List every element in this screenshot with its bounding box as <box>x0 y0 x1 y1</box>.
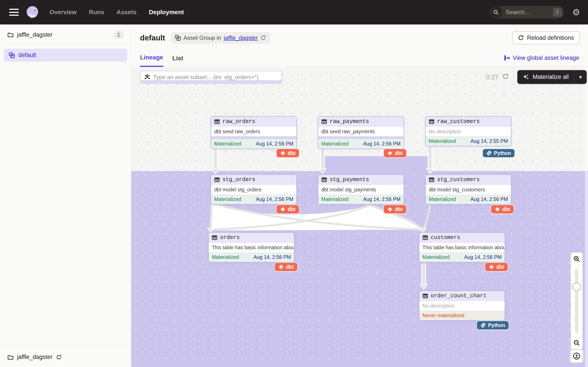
asset-name: stg_customers <box>437 176 480 183</box>
status-time[interactable]: Aug 14, 2:56 PM <box>363 141 400 147</box>
search-placeholder: Search... <box>506 9 553 16</box>
table-icon <box>321 177 327 183</box>
refresh-icon[interactable] <box>260 35 266 41</box>
dbt-icon <box>495 206 500 212</box>
zoom-slider[interactable] <box>571 265 582 336</box>
zoom-out-button[interactable] <box>571 336 582 349</box>
asset-node-raw-customers[interactable]: raw_customers No description Materialize… <box>425 116 511 146</box>
materialize-options-caret[interactable]: ▾ <box>574 70 587 84</box>
table-icon <box>214 119 220 125</box>
zoom-controls <box>571 252 583 349</box>
table-icon <box>429 119 434 125</box>
asset-name: stg_payments <box>330 176 369 183</box>
refresh-icon[interactable] <box>502 73 509 80</box>
asset-node-order-count-chart[interactable]: order_count_chart No description Never m… <box>419 291 505 321</box>
zoom-slider-track[interactable] <box>575 268 578 333</box>
python-badge[interactable]: Python <box>477 321 509 329</box>
lineage-graph[interactable]: 0:27 Materialize all ▾ raw_orders dbt se… <box>131 67 588 367</box>
asset-node-customers[interactable]: customers This table has basic informati… <box>419 232 505 262</box>
status-time[interactable]: Aug 14, 2:56 PM <box>363 196 400 202</box>
table-icon <box>422 235 428 241</box>
dbt-badge[interactable]: dbt <box>277 205 299 213</box>
status-time[interactable]: Aug 14, 2:56 PM <box>253 254 291 260</box>
asset-node-stg-orders[interactable]: stg_orders dbt model stg_orders Material… <box>211 174 297 204</box>
tab-list[interactable]: List <box>172 55 183 67</box>
asset-description: This table has basic information about .… <box>419 243 505 252</box>
dbt-badge[interactable]: dbt <box>491 205 514 213</box>
asset-description: dbt model stg_customers <box>426 185 511 194</box>
menu-icon[interactable] <box>9 9 19 16</box>
badge-label: dbt <box>496 264 504 270</box>
badge-label: dbt <box>288 206 295 212</box>
asset-description: No description <box>419 301 505 311</box>
dbt-icon <box>387 206 393 212</box>
asset-node-stg-payments[interactable]: stg_payments dbt model stg_payments Mate… <box>318 174 404 204</box>
dbt-badge[interactable]: dbt <box>384 149 406 157</box>
status-label: Materialized <box>422 254 450 260</box>
asset-subset-filter[interactable] <box>140 71 282 83</box>
asset-subset-input[interactable] <box>153 74 278 81</box>
sidebar-item-label: default <box>18 52 36 58</box>
footer-repo-name: jaffle_dagster <box>17 354 52 360</box>
zoom-slider-handle[interactable] <box>572 283 581 291</box>
view-global-asset-lineage-link[interactable]: View global asset lineage <box>504 55 579 67</box>
asset-group-tag-prefix: Asset Group in <box>183 34 221 41</box>
asset-name: raw_customers <box>437 118 480 125</box>
tab-lineage[interactable]: Lineage <box>140 54 163 67</box>
repo-name: jaffle_dagster <box>17 32 52 38</box>
nav-item-overview[interactable]: Overview <box>49 9 77 16</box>
status-time[interactable]: Aug 14, 2:56 PM <box>256 196 293 202</box>
reload-definitions-button[interactable]: Reload definitions <box>512 32 580 44</box>
refresh-icon[interactable] <box>56 354 62 360</box>
refresh-timer: 0:27 <box>486 74 498 81</box>
status-time[interactable]: Aug 14, 2:56 PM <box>256 141 293 147</box>
asset-node-raw-orders[interactable]: raw_orders dbt seed raw_orders Materiali… <box>211 116 297 149</box>
status-label: Materialized <box>321 141 348 147</box>
badge-label: dbt <box>502 206 510 212</box>
python-badge[interactable]: Python <box>483 149 515 157</box>
scrollbar-gutter[interactable] <box>585 67 588 367</box>
nav-item-runs[interactable]: Runs <box>89 9 104 16</box>
asset-node-stg-customers[interactable]: stg_customers dbt model stg_customers Ma… <box>425 174 511 204</box>
sidebar-repo-row[interactable]: jaffle_dagster 1 <box>0 25 131 45</box>
dbt-icon <box>489 264 494 270</box>
caret-down-icon: ▾ <box>579 74 582 80</box>
dbt-badge[interactable]: dbt <box>275 263 297 271</box>
table-icon <box>214 177 220 183</box>
asset-description: dbt model stg_orders <box>211 185 296 194</box>
asset-description: dbt seed raw_orders <box>211 127 296 136</box>
status-time[interactable]: Aug 14, 2:56 PM <box>464 254 502 260</box>
dbt-icon <box>278 264 284 270</box>
op-selector-icon <box>144 74 150 80</box>
gear-icon[interactable]: ⚙ <box>572 8 580 17</box>
sidebar: jaffle_dagster 1 default jaffle_dagster <box>0 25 131 367</box>
zoom-in-button[interactable] <box>571 252 582 265</box>
main-pane: default Asset Group in jaffle_dagster Re… <box>131 25 588 367</box>
sidebar-item-default[interactable]: default <box>4 49 127 62</box>
dbt-badge[interactable]: dbt <box>277 149 299 157</box>
nav-item-deployment[interactable]: Deployment <box>149 9 184 16</box>
table-icon <box>212 235 217 241</box>
nav-item-assets[interactable]: Assets <box>117 9 137 16</box>
dbt-badge[interactable]: dbt <box>485 263 508 271</box>
status-time[interactable]: Aug 14, 2:56 PM <box>471 196 508 202</box>
dagster-logo-icon[interactable] <box>25 5 40 20</box>
reload-definitions-label: Reload definitions <box>527 34 574 41</box>
asset-group-icon <box>175 35 181 41</box>
status-time[interactable]: Aug 14, 2:55 PM <box>471 138 508 144</box>
asset-name: orders <box>220 234 240 241</box>
asset-node-raw-payments[interactable]: raw_payments dbt seed raw_payments Mater… <box>318 116 404 149</box>
status-label: Materialized <box>429 138 456 144</box>
repo-link[interactable]: jaffle_dagster <box>224 34 258 41</box>
selection-region-notch <box>324 156 428 171</box>
table-icon <box>429 177 434 183</box>
tabs: Lineage List View global asset lineage <box>131 49 588 67</box>
materialize-all-label: Materialize all <box>533 74 569 80</box>
dbt-badge[interactable]: dbt <box>384 205 406 213</box>
zoom-in-icon <box>573 255 580 262</box>
search-icon <box>489 6 503 18</box>
download-image-button[interactable] <box>571 350 583 362</box>
search-input[interactable]: Search... / <box>489 6 564 18</box>
asset-node-orders[interactable]: orders This table has basic information … <box>208 232 294 262</box>
materialize-all-button[interactable]: Materialize all <box>517 70 574 84</box>
